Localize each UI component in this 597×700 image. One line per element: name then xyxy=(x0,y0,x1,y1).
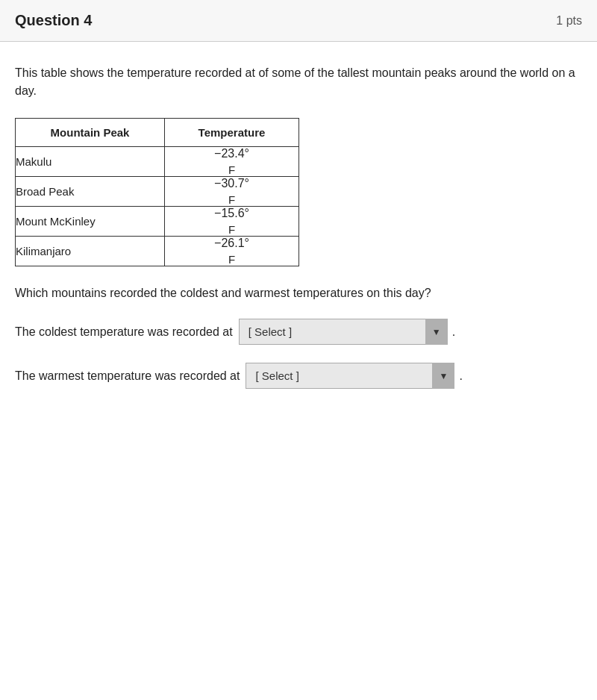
temperature-cell: −15.6°F xyxy=(165,207,299,237)
page-container: Question 4 1 pts This table shows the te… xyxy=(0,0,597,422)
table-row: Broad Peak−30.7°F xyxy=(16,177,299,207)
temperature-cell: −23.4°F xyxy=(165,147,299,177)
table-header-row: Mountain Peak Temperature xyxy=(16,119,299,147)
mountain-name-cell: Kilimanjaro xyxy=(16,237,165,266)
temp-value: −23.4° xyxy=(165,147,298,160)
temp-value: −26.1° xyxy=(165,237,298,250)
coldest-period: . xyxy=(452,325,455,339)
temp-value: −15.6° xyxy=(165,207,298,220)
coldest-select[interactable]: [ Select ]MakuluBroad PeakMount McKinley… xyxy=(239,319,448,345)
temp-unit: F xyxy=(165,223,298,236)
mountain-name-cell: Broad Peak xyxy=(16,177,165,207)
table-row: Mount McKinley−15.6°F xyxy=(16,207,299,237)
coldest-answer-row: The coldest temperature was recorded at … xyxy=(15,319,582,345)
temperature-cell: −26.1°F xyxy=(165,237,299,266)
table-row: Kilimanjaro−26.1°F xyxy=(16,237,299,266)
temperature-cell: −30.7°F xyxy=(165,177,299,207)
warmest-answer-row: The warmest temperature was recorded at … xyxy=(15,363,582,389)
temp-unit: F xyxy=(165,163,298,176)
temp-unit: F xyxy=(165,193,298,206)
coldest-select-wrapper: [ Select ]MakuluBroad PeakMount McKinley… xyxy=(239,319,448,345)
question-body: This table shows the temperature recorde… xyxy=(0,42,597,422)
intro-text: This table shows the temperature recorde… xyxy=(15,64,582,100)
col-mountain-header: Mountain Peak xyxy=(16,119,165,147)
warmest-period: . xyxy=(459,369,462,383)
col-temperature-header: Temperature xyxy=(165,119,299,147)
question-text: Which mountains recorded the coldest and… xyxy=(15,284,582,302)
question-header: Question 4 1 pts xyxy=(0,0,597,42)
mountain-name-cell: Makulu xyxy=(16,147,165,177)
temp-unit: F xyxy=(165,253,298,266)
temp-value: −30.7° xyxy=(165,177,298,190)
question-pts: 1 pts xyxy=(556,14,582,28)
coldest-label: The coldest temperature was recorded at xyxy=(15,325,233,339)
question-title: Question 4 xyxy=(15,12,92,29)
warmest-select[interactable]: [ Select ]MakuluBroad PeakMount McKinley… xyxy=(246,363,454,389)
mountain-name-cell: Mount McKinley xyxy=(16,207,165,237)
data-table: Mountain Peak Temperature Makulu−23.4°FB… xyxy=(15,118,299,266)
table-row: Makulu−23.4°F xyxy=(16,147,299,177)
warmest-label: The warmest temperature was recorded at xyxy=(15,369,240,383)
warmest-select-wrapper: [ Select ]MakuluBroad PeakMount McKinley… xyxy=(246,363,454,389)
